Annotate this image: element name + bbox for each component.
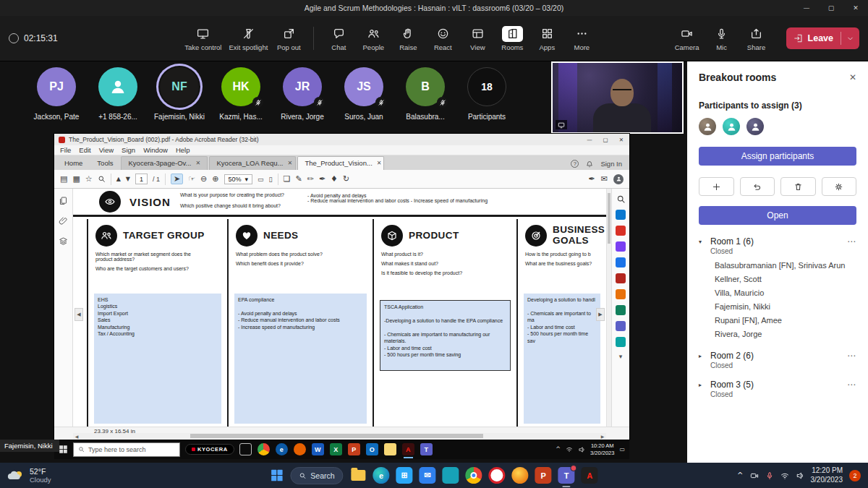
menu-view[interactable]: View: [99, 146, 114, 154]
rooms-settings-button[interactable]: [822, 177, 857, 196]
clock[interactable]: 12:20 PM 3/20/2023: [811, 466, 843, 484]
camera-tray-icon[interactable]: [750, 471, 759, 480]
tab-document-1[interactable]: Kyocera-3page-Ov...✕: [121, 156, 208, 170]
close-tab-icon[interactable]: ✕: [377, 160, 382, 166]
room-2-row[interactable]: ▸ Room 2 (6) ⋯: [699, 351, 856, 361]
taskbar-search-input[interactable]: Type here to search: [73, 442, 180, 457]
file-explorer-icon[interactable]: [384, 443, 396, 455]
volume-icon[interactable]: [578, 446, 585, 453]
scrollbar-thumb[interactable]: [190, 434, 483, 438]
room-3-row[interactable]: ▸ Room 3 (5) ⋯: [699, 380, 856, 390]
vision-answer[interactable]: - Avoid penalty and delays - Reduce manu…: [307, 193, 488, 203]
close-tab-icon[interactable]: ✕: [195, 160, 200, 166]
refresh-icon[interactable]: ↻: [343, 174, 349, 184]
room-member[interactable]: Fajemisin, Nikki: [699, 299, 856, 313]
chrome-icon[interactable]: [466, 467, 482, 484]
minimize-icon[interactable]: —: [582, 134, 597, 145]
raise-button[interactable]: Raise: [391, 23, 425, 54]
start-button-icon[interactable]: [59, 445, 68, 454]
tab-home[interactable]: Home: [57, 157, 90, 170]
taskbar-search-button[interactable]: Search: [290, 467, 343, 484]
powerpoint-icon[interactable]: P: [348, 443, 360, 455]
page-number-input[interactable]: 1: [135, 174, 148, 184]
compress-pdf-tool-icon[interactable]: [616, 305, 626, 315]
mic-in-use-icon[interactable]: [765, 471, 774, 480]
avatar[interactable]: [746, 118, 764, 135]
mic-button[interactable]: Mic: [705, 23, 739, 54]
fill-sign-icon[interactable]: ✒: [589, 174, 595, 184]
menu-window[interactable]: Window: [143, 146, 168, 154]
print-icon[interactable]: ▦: [72, 174, 80, 184]
take-control-button[interactable]: Take control: [182, 23, 224, 54]
apps-button[interactable]: Apps: [530, 23, 563, 54]
excel-icon[interactable]: X: [330, 443, 342, 455]
task-view-icon[interactable]: [239, 443, 252, 455]
organize-pages-tool-icon[interactable]: [616, 289, 626, 299]
hand-tool-icon[interactable]: ☞: [188, 174, 195, 184]
maximize-icon[interactable]: ▢: [597, 134, 613, 145]
room-member[interactable]: Villa, Mauricio: [699, 286, 856, 299]
participant-tile[interactable]: JR Rivera, Jorge: [282, 67, 323, 121]
horizontal-scrollbar[interactable]: ◀ ▶: [73, 433, 606, 439]
help-icon[interactable]: ?: [571, 160, 579, 168]
previous-view-arrow[interactable]: ◀: [75, 308, 83, 321]
more-button[interactable]: More: [565, 23, 598, 54]
recreate-rooms-button[interactable]: [740, 177, 775, 196]
menu-edit[interactable]: Edit: [79, 146, 90, 154]
room-member[interactable]: Kellner, Scott: [699, 272, 856, 286]
product-field[interactable]: TSCA Application -Developing a solution …: [380, 300, 511, 371]
collapse-icon[interactable]: ▾: [699, 239, 706, 245]
combine-files-tool-icon[interactable]: [616, 273, 626, 283]
shared-clock[interactable]: 10:20 AM 3/20/2023: [590, 442, 614, 457]
outlook-icon[interactable]: O: [366, 443, 378, 455]
bell-icon[interactable]: [586, 160, 593, 168]
edge-icon[interactable]: e: [276, 443, 288, 455]
participant-tile[interactable]: PJ Jackson, Pate: [36, 67, 77, 121]
action-center-icon[interactable]: ▭: [619, 446, 625, 453]
add-room-button[interactable]: [699, 177, 734, 196]
zoom-out-icon[interactable]: ⊖: [200, 174, 207, 184]
comment-icon[interactable]: ❏: [284, 174, 291, 184]
layers-icon[interactable]: [59, 236, 68, 246]
close-tab-icon[interactable]: ✕: [287, 160, 292, 166]
room-member[interactable]: Rupani [FN], Amee: [699, 313, 856, 327]
attachments-icon[interactable]: [59, 216, 68, 226]
share-button[interactable]: Share: [740, 23, 773, 54]
participant-tile[interactable]: NF Fajemisin, Nikki: [159, 67, 200, 121]
comment-tool-icon[interactable]: [616, 257, 626, 267]
menu-file[interactable]: File: [60, 146, 71, 154]
account-avatar-icon[interactable]: [613, 174, 624, 184]
edge-icon[interactable]: e: [373, 467, 390, 484]
rooms-button[interactable]: Rooms: [495, 23, 529, 54]
room-more-icon[interactable]: ⋯: [847, 351, 856, 361]
sign-icon[interactable]: ✒: [319, 174, 326, 184]
hidden-icons-chevron[interactable]: ^: [556, 446, 561, 453]
close-icon[interactable]: ✕: [843, 0, 868, 16]
protect-tool-icon[interactable]: [616, 321, 626, 331]
participant-tile[interactable]: JS Suros, Juan: [344, 67, 384, 121]
export-pdf-tool-icon[interactable]: [616, 210, 626, 220]
teams-icon[interactable]: T: [558, 467, 575, 484]
stamp-icon[interactable]: ♦: [331, 174, 338, 184]
assign-participants-button[interactable]: Assign participants: [699, 147, 856, 166]
star-icon[interactable]: ☆: [85, 174, 93, 184]
scrollbar-thumb[interactable]: [608, 193, 610, 244]
menu-help[interactable]: Help: [176, 146, 190, 154]
volume-icon[interactable]: [796, 471, 804, 480]
firefox-icon[interactable]: [512, 467, 529, 484]
chrome-icon[interactable]: [258, 443, 270, 455]
word-icon[interactable]: W: [312, 443, 324, 455]
scroll-right-arrow[interactable]: ▶: [599, 434, 606, 439]
select-tool-icon[interactable]: ➤: [171, 174, 183, 184]
next-view-arrow[interactable]: ▶: [596, 308, 605, 321]
start-button-icon[interactable]: [270, 468, 284, 482]
find-icon[interactable]: [98, 175, 106, 183]
edit-pdf-tool-icon[interactable]: [616, 241, 626, 252]
highlight-icon[interactable]: ✎: [295, 174, 302, 184]
menu-sign[interactable]: Sign: [122, 146, 135, 154]
expand-icon[interactable]: ▸: [699, 353, 706, 359]
firefox-icon[interactable]: [294, 443, 306, 455]
pop-out-button[interactable]: Pop out: [272, 23, 305, 54]
next-page-icon[interactable]: ▼: [126, 176, 130, 182]
vertical-scrollbar[interactable]: [606, 189, 611, 427]
